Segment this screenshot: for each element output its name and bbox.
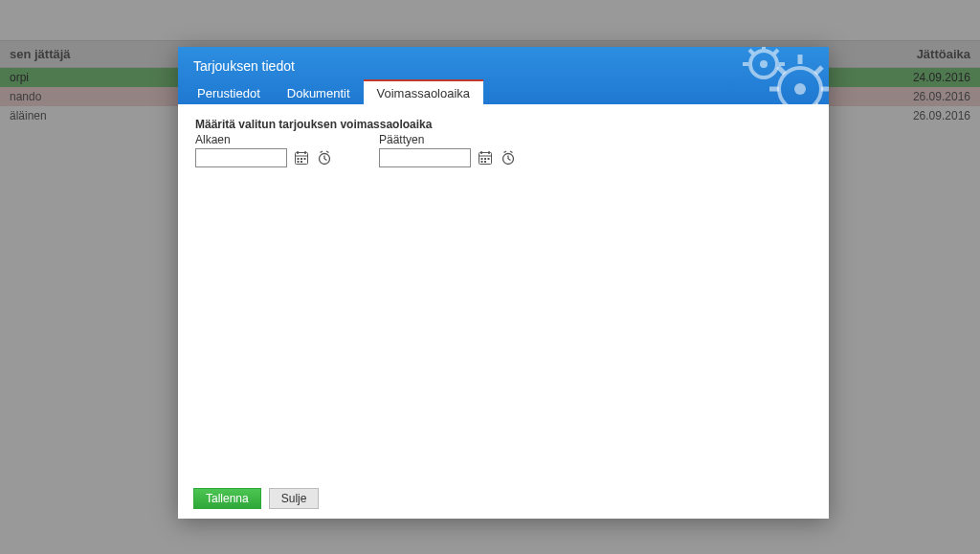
- paattyen-label: Päättyen: [379, 133, 517, 146]
- svg-rect-33: [488, 158, 490, 160]
- paattyen-input[interactable]: [379, 148, 471, 167]
- svg-rect-35: [484, 161, 486, 163]
- dialog-body: Määritä valitun tarjouksen voimassaoloai…: [178, 104, 829, 477]
- tab-voimassaoloaika[interactable]: Voimassaoloaika: [364, 79, 484, 104]
- svg-rect-32: [484, 158, 486, 160]
- svg-rect-31: [481, 158, 483, 160]
- clock-icon[interactable]: [500, 149, 517, 166]
- tab-dokumentit[interactable]: Dokumentit: [274, 79, 364, 104]
- section-title: Määritä valitun tarjouksen voimassaoloai…: [195, 118, 812, 131]
- dialog-tabs: Perustiedot Dokumentit Voimassaoloaika: [184, 79, 483, 104]
- dialog-title: Tarjouksen tiedot: [178, 47, 829, 74]
- alkaen-label: Alkaen: [195, 133, 333, 146]
- svg-point-1: [794, 83, 806, 95]
- svg-rect-22: [298, 161, 300, 163]
- svg-line-26: [324, 159, 327, 161]
- alkaen-field: Alkaen: [195, 133, 333, 167]
- dialog-footer: Tallenna Sulje: [178, 477, 829, 519]
- dialog-header: Tarjouksen tiedot Perustiedot Dokumentit…: [178, 47, 829, 104]
- svg-rect-23: [301, 161, 302, 163]
- svg-rect-21: [304, 158, 306, 160]
- clock-icon[interactable]: [316, 149, 333, 166]
- tab-perustiedot[interactable]: Perustiedot: [184, 79, 274, 104]
- tarjouksen-tiedot-dialog: Tarjouksen tiedot Perustiedot Dokumentit…: [178, 47, 829, 519]
- svg-line-38: [508, 159, 511, 161]
- svg-rect-34: [481, 161, 483, 163]
- save-button[interactable]: Tallenna: [193, 488, 261, 509]
- calendar-icon[interactable]: [477, 149, 494, 166]
- svg-rect-20: [301, 158, 302, 160]
- calendar-icon[interactable]: [293, 149, 310, 166]
- alkaen-input[interactable]: [195, 148, 287, 167]
- close-button[interactable]: Sulje: [269, 488, 320, 509]
- paattyen-field: Päättyen: [379, 133, 517, 167]
- svg-rect-19: [298, 158, 300, 160]
